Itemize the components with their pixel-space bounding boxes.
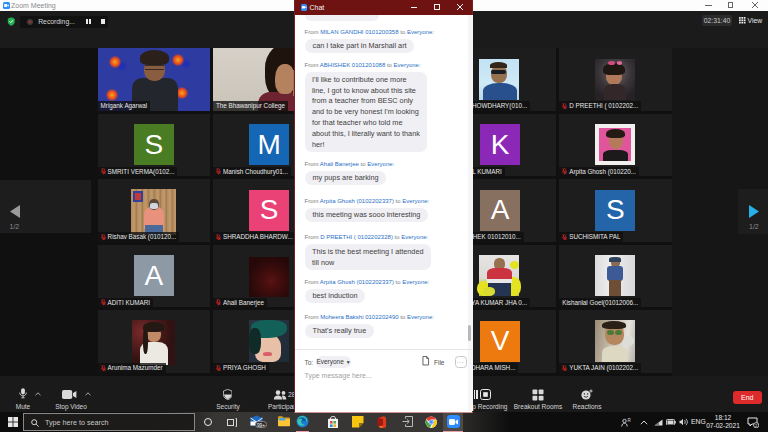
svg-text:R: R <box>628 418 632 423</box>
